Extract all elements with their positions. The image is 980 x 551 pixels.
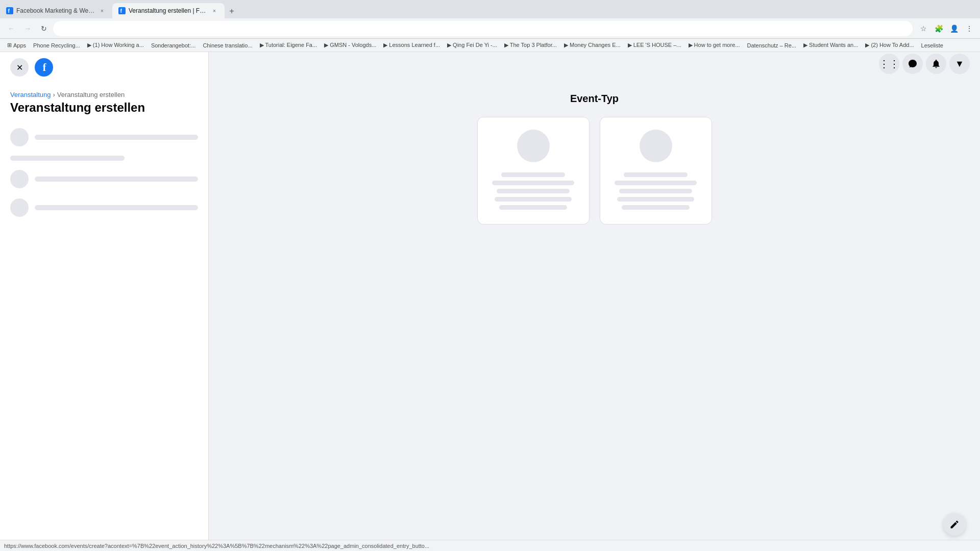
skeleton-avatar-3: [10, 198, 29, 217]
bookmark-lee-label: ▶ LEE 'S HOUSE –...: [628, 42, 681, 48]
tab1-close-button[interactable]: ×: [98, 7, 106, 15]
skeleton-lines-1: [35, 135, 198, 140]
apps-icon: ⊞: [7, 42, 12, 48]
bookmark-how-to-add-label: ▶ (2) How To Add...: [865, 42, 914, 48]
event-card-1-skeleton-lines: [488, 172, 579, 210]
skeleton-row-3: [0, 193, 208, 222]
forward-button[interactable]: →: [20, 21, 35, 36]
bookmark-qing[interactable]: ▶ Qing Fei De Yi -...: [444, 41, 500, 49]
bookmarks-bar: ⊞ Apps Phone Recycling... ▶ (1) How Work…: [0, 39, 980, 52]
skeleton-avatar-2: [10, 170, 29, 188]
skeleton-section-line-1: [10, 156, 125, 161]
card2-line-2: [615, 181, 696, 185]
bookmark-how-to-add[interactable]: ▶ (2) How To Add...: [862, 41, 917, 49]
tab-facebook-marketing[interactable]: f Facebook Marketing & Werbe... ×: [0, 3, 112, 18]
browser-tabs: f Facebook Marketing & Werbe... × f Vera…: [0, 0, 980, 18]
bookmark-apps-label: Apps: [13, 42, 26, 48]
chevron-down-icon[interactable]: ▼: [949, 54, 970, 74]
status-bar: https://www.facebook.com/events/create?a…: [0, 540, 980, 551]
left-header: Veranstaltung › Veranstaltung erstellen …: [0, 83, 208, 123]
back-button[interactable]: ←: [4, 21, 18, 36]
event-card-2-icon: [640, 130, 672, 162]
tab1-title: Facebook Marketing & Werbe...: [16, 7, 95, 14]
bookmark-lee[interactable]: ▶ LEE 'S HOUSE –...: [625, 41, 684, 49]
card1-line-5: [499, 205, 568, 210]
bookmark-top3-label: ▶ The Top 3 Platfor...: [504, 42, 557, 48]
card1-line-2: [492, 181, 574, 185]
breadcrumb-current: Veranstaltung erstellen: [57, 91, 125, 98]
skeleton-line-3a: [35, 205, 198, 210]
svg-text:f: f: [8, 8, 10, 14]
skeleton-line-2a: [35, 177, 198, 182]
profile-icon[interactable]: 👤: [947, 22, 961, 35]
extension-icon[interactable]: 🧩: [932, 22, 945, 35]
facebook-page: ✕ f Veranstaltung › Veranstaltung erstel…: [0, 52, 980, 540]
address-bar: ← → ↻ facebook.com/events/create?acontex…: [0, 18, 980, 39]
close-button[interactable]: ✕: [10, 58, 29, 77]
bookmark-sonderangebot[interactable]: Sonderangebot:...: [148, 41, 199, 49]
card1-line-4: [495, 197, 572, 202]
bookmark-tutorial[interactable]: ▶ Tutorial: Eigene Fa...: [257, 41, 321, 49]
bookmark-gmsn[interactable]: ▶ GMSN - Vologds...: [321, 41, 379, 49]
bookmark-how-working-label: ▶ (1) How Working a...: [87, 42, 144, 48]
url-input[interactable]: facebook.com/events/create?acontext=%7B%…: [53, 21, 913, 36]
skeleton-lines-2: [35, 177, 198, 182]
tab-veranstaltung-erstellen[interactable]: f Veranstaltung erstellen | Face... ×: [112, 3, 225, 18]
bookmark-leseliste[interactable]: Leseliste: [918, 41, 946, 49]
left-panel: ✕ f Veranstaltung › Veranstaltung erstel…: [0, 52, 209, 540]
bookmark-tutorial-label: ▶ Tutorial: Eigene Fa...: [260, 42, 317, 48]
skeleton-row-2: [0, 165, 208, 193]
skeleton-row-1: [0, 123, 208, 152]
card2-line-4: [617, 197, 694, 202]
refresh-button[interactable]: ↻: [37, 21, 51, 36]
bookmark-datenschutz[interactable]: Datenschutz – Re...: [744, 41, 799, 49]
event-card-2[interactable]: [600, 117, 712, 224]
bookmark-howtoget[interactable]: ▶ How to get more...: [685, 41, 743, 49]
skeleton-line-1a: [35, 135, 198, 140]
event-card-1[interactable]: [477, 117, 590, 224]
pencil-icon: [949, 519, 960, 530]
bookmark-phone-recycling[interactable]: Phone Recycling...: [30, 41, 83, 49]
card1-line-1: [501, 172, 565, 177]
status-bar-text: https://www.facebook.com/events/create?a…: [4, 543, 429, 549]
event-cards-container: [477, 117, 712, 224]
event-card-2-skeleton-lines: [610, 172, 701, 210]
bookmark-qing-label: ▶ Qing Fei De Yi -...: [447, 42, 497, 48]
main-area: ⋮⋮ ▼ Event-Typ: [209, 52, 980, 540]
bookmark-gmsn-label: ▶ GMSN - Vologds...: [324, 42, 376, 48]
skeleton-avatar-1: [10, 128, 29, 146]
bookmark-howtoget-label: ▶ How to get more...: [689, 42, 740, 48]
breadcrumb-separator: ›: [53, 91, 55, 98]
breadcrumb: Veranstaltung › Veranstaltung erstellen: [10, 91, 198, 98]
svg-rect-2: [118, 7, 126, 14]
tab2-close-button[interactable]: ×: [210, 7, 218, 15]
svg-rect-0: [6, 7, 13, 14]
bookmark-sonderangebot-label: Sonderangebot:...: [151, 42, 195, 48]
new-tab-button[interactable]: +: [225, 4, 239, 18]
browser-chrome: f Facebook Marketing & Werbe... × f Vera…: [0, 0, 980, 52]
left-top-icons: ✕ f: [0, 52, 208, 83]
bookmark-money[interactable]: ▶ Money Changes E...: [561, 41, 624, 49]
bookmark-apps[interactable]: ⊞ Apps: [4, 41, 29, 49]
breadcrumb-parent-link[interactable]: Veranstaltung: [10, 91, 51, 98]
event-typ-heading: Event-Typ: [570, 93, 619, 105]
bookmark-lessons[interactable]: ▶ Lessons Learned f...: [380, 41, 443, 49]
card1-line-3: [497, 189, 569, 193]
bookmark-how-working[interactable]: ▶ (1) How Working a...: [84, 41, 147, 49]
bookmark-chinese[interactable]: Chinese translatio...: [200, 41, 255, 49]
compose-edit-button[interactable]: [943, 513, 966, 536]
bell-icon[interactable]: [926, 54, 946, 74]
bookmark-star-icon[interactable]: ☆: [917, 22, 930, 35]
card2-line-5: [622, 205, 690, 210]
bookmark-leseliste-label: Leseliste: [921, 42, 943, 48]
bookmark-datenschutz-label: Datenschutz – Re...: [747, 42, 796, 48]
bookmark-lessons-label: ▶ Lessons Learned f...: [383, 42, 440, 48]
bookmark-top3[interactable]: ▶ The Top 3 Platfor...: [501, 41, 560, 49]
facebook-favicon-icon: f: [6, 7, 13, 14]
bookmark-student[interactable]: ▶ Student Wants an...: [800, 41, 861, 49]
event-card-1-icon: [517, 130, 550, 162]
skeleton-lines-3: [35, 205, 198, 210]
more-options-icon[interactable]: ⋮: [963, 22, 976, 35]
messenger-icon[interactable]: [902, 54, 923, 74]
grid-icon[interactable]: ⋮⋮: [879, 54, 899, 74]
